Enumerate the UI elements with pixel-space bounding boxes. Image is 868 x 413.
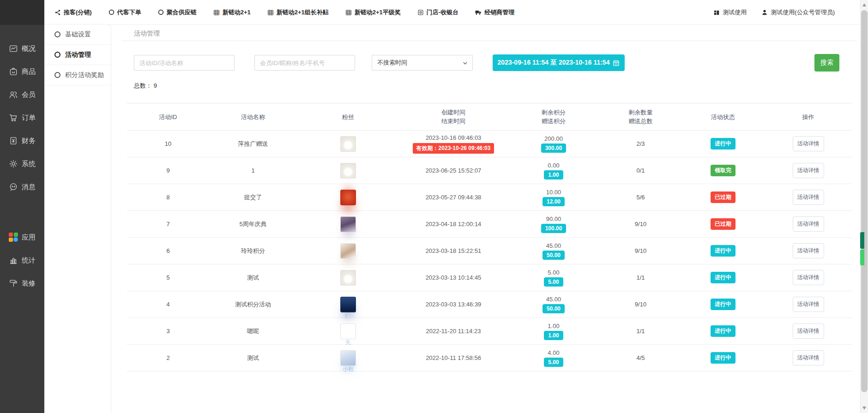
topnav-account-label: 测试使用(公众号管理员) bbox=[771, 8, 835, 17]
column-header: 粉丝 bbox=[297, 103, 399, 131]
topnav-item[interactable]: 新链动2+1平级奖 bbox=[345, 8, 401, 17]
column-header: 剩余积分赠送积分 bbox=[507, 103, 600, 131]
gift-points-badge: 5.00 bbox=[544, 277, 563, 287]
sidebar-item-members[interactable]: 会员 bbox=[0, 83, 44, 106]
activity-detail-button[interactable]: 活动详情 bbox=[793, 270, 824, 285]
topnav-item[interactable]: 推客(分销) bbox=[54, 8, 92, 17]
sidebar-item-finance[interactable]: 财务 bbox=[0, 129, 44, 152]
cell-status: 进行中 bbox=[681, 291, 765, 318]
column-header: 活动状态 bbox=[681, 103, 765, 131]
cell-activity-id: 5 bbox=[127, 264, 209, 291]
topnav-item[interactable]: 经销商管理 bbox=[475, 8, 514, 17]
topnav-account-item[interactable]: 测试使用 bbox=[713, 8, 747, 17]
cell-status: 进行中 bbox=[681, 264, 765, 291]
edge-widget-top[interactable] bbox=[860, 232, 864, 249]
column-header-line: 创建时间 bbox=[400, 108, 507, 117]
activity-detail-button[interactable]: 活动详情 bbox=[793, 323, 824, 339]
topnav-item[interactable]: 新链动2+1 bbox=[213, 8, 251, 17]
share-icon bbox=[54, 9, 61, 16]
system-icon bbox=[9, 159, 18, 168]
sidebar-item-label: 财务 bbox=[22, 137, 36, 145]
topnav-item-label: 代客下单 bbox=[117, 8, 141, 17]
search-button[interactable]: 搜索 bbox=[814, 54, 839, 72]
activity-detail-button[interactable]: 活动详情 bbox=[793, 136, 824, 151]
cell-quantity: 1/1 bbox=[600, 318, 681, 345]
cell-activity-name: 提交了 bbox=[209, 184, 297, 211]
fan-watermark: 小程 bbox=[297, 365, 399, 373]
circle-icon bbox=[54, 31, 60, 37]
submenu-item[interactable]: 积分活动奖励 bbox=[44, 65, 111, 85]
activity-detail-button[interactable]: 活动详情 bbox=[793, 216, 824, 232]
cell-action: 活动详情 bbox=[765, 157, 852, 184]
sidebar-item-label: 消息 bbox=[22, 183, 36, 192]
submenu-item[interactable]: 活动管理 bbox=[44, 45, 111, 65]
submenu-item[interactable]: 基础设置 bbox=[44, 24, 111, 45]
sidebar-item-overview[interactable]: 概况 bbox=[0, 37, 44, 60]
remaining-points: 10.00 bbox=[507, 189, 600, 196]
column-header-line: 操作 bbox=[765, 113, 851, 121]
date-range-button[interactable]: 2023-09-16 11:54 至 2023-10-16 11:54 bbox=[493, 54, 625, 71]
message-icon bbox=[9, 182, 18, 192]
topnav-item[interactable]: 门店-收银台 bbox=[417, 8, 458, 17]
cell-quantity: 9/10 bbox=[600, 291, 681, 318]
cell-activity-name: 测试 bbox=[209, 345, 297, 371]
scrollbar-down-arrow[interactable] bbox=[862, 407, 866, 410]
column-header: 创建时间结束时间 bbox=[399, 103, 507, 131]
cell-fans bbox=[297, 238, 399, 264]
sidebar-item-label: 订单 bbox=[22, 114, 36, 122]
remaining-points: 200.00 bbox=[507, 135, 600, 142]
activity-detail-button[interactable]: 活动详情 bbox=[793, 163, 824, 178]
cell-quantity: 9/10 bbox=[600, 211, 681, 238]
topnav-account-item[interactable]: 测试使用(公众号管理员) bbox=[761, 8, 835, 17]
activity-detail-button[interactable]: 活动详情 bbox=[793, 243, 824, 258]
column-header-line: 赠送总数 bbox=[600, 117, 681, 126]
activity-detail-button[interactable]: 活动详情 bbox=[793, 190, 824, 205]
time-filter-value: 不搜索时间 bbox=[377, 59, 407, 67]
topnav-item[interactable]: 聚合供应链 bbox=[158, 8, 197, 17]
sidebar-item-message[interactable]: 消息 bbox=[0, 175, 44, 198]
edge-floating-widget[interactable] bbox=[860, 232, 864, 265]
sidebar-item-apps-color[interactable]: 应用 bbox=[0, 226, 44, 249]
left-sidebar: 概况商品会员订单财务系统消息 应用统计装修 bbox=[0, 0, 44, 413]
scrollbar-up-arrow[interactable] bbox=[862, 3, 866, 6]
sidebar-item-system[interactable]: 系统 bbox=[0, 152, 44, 175]
status-badge: 进行中 bbox=[711, 272, 735, 283]
scrollbar-thumb[interactable] bbox=[861, 10, 868, 392]
apps-color-icon bbox=[9, 233, 18, 242]
column-header-line: 粉丝 bbox=[297, 113, 399, 121]
fan-avatar bbox=[340, 297, 356, 312]
table-row: 5测试2023-03-13 10:14:455.005.001/1进行中活动详情 bbox=[127, 264, 852, 291]
cell-action: 活动详情 bbox=[765, 264, 852, 291]
cell-quantity: 2/3 bbox=[600, 131, 681, 157]
topnav-item-label: 聚合供应链 bbox=[167, 8, 197, 17]
app-window: 概况商品会员订单财务系统消息 应用统计装修 推客(分销)代客下单聚合供应链新链动… bbox=[0, 0, 868, 413]
topnav-item-label: 推客(分销) bbox=[64, 8, 92, 17]
chevron-down-icon bbox=[462, 60, 468, 66]
cell-create-time: 2023-10-16 09:46:03有效期：2023-10-26 09:46:… bbox=[399, 131, 507, 157]
sidebar-item-goods[interactable]: 商品 bbox=[0, 60, 44, 83]
created-time: 2022-10-11 17:58:56 bbox=[399, 354, 507, 361]
cell-status: 已过期 bbox=[681, 184, 765, 211]
edge-widget-bottom[interactable] bbox=[860, 250, 864, 265]
cell-create-time: 2023-04-18 12:00:14 bbox=[399, 211, 507, 238]
sidebar-item-label: 会员 bbox=[22, 90, 36, 99]
vertical-scrollbar[interactable] bbox=[860, 0, 868, 413]
cell-create-time: 2023-03-03 13:46:39 bbox=[399, 291, 507, 318]
activity-detail-button[interactable]: 活动详情 bbox=[793, 297, 824, 312]
activity-search-input[interactable] bbox=[134, 55, 235, 71]
sidebar-item-stats[interactable]: 统计 bbox=[0, 249, 44, 272]
column-header: 剩余数量赠送总数 bbox=[600, 103, 681, 131]
topnav-item[interactable]: 新链动2+1组长补贴 bbox=[267, 8, 329, 17]
cell-activity-id: 4 bbox=[127, 291, 209, 318]
cell-quantity: 5/6 bbox=[600, 184, 681, 211]
cell-fans bbox=[297, 211, 399, 238]
table-row: 4测试积分活动（ · ·2023-03-03 13:46:3945.0050.0… bbox=[127, 291, 852, 318]
topnav-item[interactable]: 代客下单 bbox=[108, 8, 141, 17]
member-search-input[interactable] bbox=[254, 55, 355, 71]
sidebar-item-decorate[interactable]: 装修 bbox=[0, 272, 44, 295]
time-filter-select[interactable]: 不搜索时间 bbox=[372, 55, 473, 71]
cell-status: 进行中 bbox=[681, 131, 765, 157]
activity-detail-button[interactable]: 活动详情 bbox=[793, 350, 824, 365]
sidebar-item-orders[interactable]: 订单 bbox=[0, 106, 44, 129]
fan-avatar bbox=[340, 350, 356, 366]
